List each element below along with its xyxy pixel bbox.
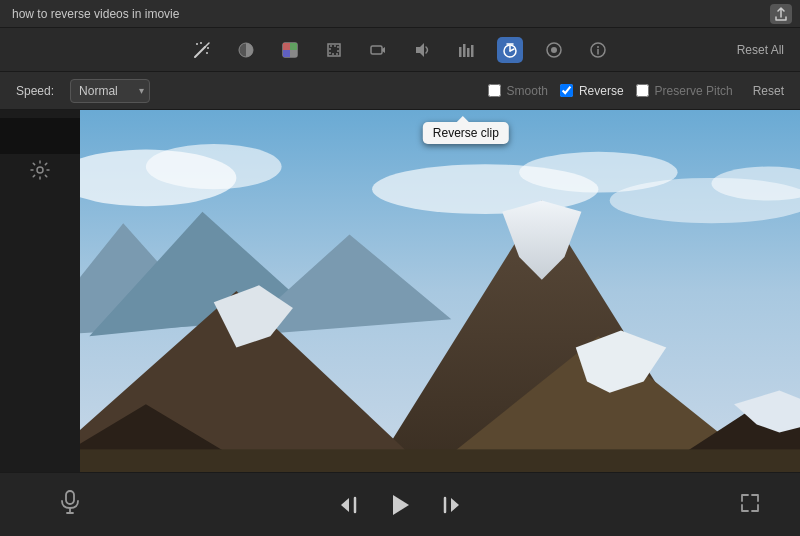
svg-rect-10 [283, 50, 290, 57]
color-correction-icon[interactable] [233, 37, 259, 63]
svg-point-4 [200, 42, 202, 44]
reset-button[interactable]: Reset [753, 84, 784, 98]
smooth-checkbox[interactable] [488, 84, 501, 97]
magic-wand-icon[interactable] [189, 37, 215, 63]
info-icon[interactable] [585, 37, 611, 63]
audio-icon[interactable] [409, 37, 435, 63]
controls-bar: Speed: Normal Slow Fast Custom Smooth Re… [0, 72, 800, 110]
fullscreen-button[interactable] [740, 493, 760, 517]
svg-point-22 [551, 47, 557, 53]
sidebar-black-bar [0, 118, 80, 154]
svg-rect-11 [290, 50, 297, 57]
reset-all-button[interactable]: Reset All [737, 43, 784, 57]
speed-icon[interactable] [497, 37, 523, 63]
smooth-label[interactable]: Smooth [507, 84, 548, 98]
camera-icon[interactable] [365, 37, 391, 63]
video-preview [80, 110, 800, 472]
svg-line-1 [205, 43, 209, 47]
crop-icon[interactable] [321, 37, 347, 63]
preserve-pitch-group: Preserve Pitch [636, 84, 733, 98]
transport-bar [0, 472, 800, 536]
reverse-group: Reverse [560, 84, 624, 98]
svg-point-2 [196, 43, 198, 45]
svg-marker-52 [393, 495, 409, 515]
window-title: how to reverse videos in imovie [12, 7, 179, 21]
gear-button[interactable] [24, 154, 56, 186]
speed-select-wrapper[interactable]: Normal Slow Fast Custom [70, 79, 150, 103]
toolbar: Reset All [0, 28, 800, 72]
fullscreen-area [740, 493, 760, 517]
reverse-checkbox[interactable] [560, 84, 573, 97]
svg-rect-18 [467, 48, 470, 57]
svg-rect-16 [459, 47, 462, 57]
skip-forward-button[interactable] [441, 494, 463, 516]
sidebar [0, 110, 80, 472]
svg-rect-9 [290, 43, 297, 50]
video-wrapper: Reverse clip [80, 110, 800, 472]
speed-select[interactable]: Normal Slow Fast Custom [70, 79, 150, 103]
skip-back-button[interactable] [337, 494, 359, 516]
svg-point-24 [597, 46, 599, 48]
play-button[interactable] [387, 492, 413, 518]
speed-label: Speed: [16, 84, 54, 98]
reverse-label[interactable]: Reverse [579, 84, 624, 98]
svg-rect-19 [471, 45, 474, 57]
video-container: Reverse clip [80, 110, 800, 472]
svg-rect-8 [283, 43, 290, 50]
video-overlay-icon[interactable] [541, 37, 567, 63]
share-button[interactable] [770, 4, 792, 24]
svg-marker-50 [341, 498, 349, 512]
mic-area [60, 490, 80, 519]
preserve-pitch-label[interactable]: Preserve Pitch [655, 84, 733, 98]
svg-rect-13 [330, 46, 338, 54]
svg-rect-14 [371, 46, 382, 54]
svg-rect-47 [66, 491, 74, 504]
preserve-pitch-checkbox[interactable] [636, 84, 649, 97]
svg-point-5 [207, 47, 209, 49]
svg-point-29 [146, 144, 282, 189]
mic-button[interactable] [60, 490, 80, 519]
svg-point-26 [37, 167, 43, 173]
svg-marker-53 [451, 498, 459, 512]
svg-line-0 [195, 47, 205, 57]
svg-marker-15 [416, 43, 424, 57]
color-board-icon[interactable] [277, 37, 303, 63]
title-bar: how to reverse videos in imovie [0, 0, 800, 28]
smooth-group: Smooth [488, 84, 548, 98]
svg-rect-46 [80, 449, 800, 472]
svg-point-3 [206, 52, 208, 54]
svg-rect-17 [463, 44, 466, 57]
equalizer-icon[interactable] [453, 37, 479, 63]
